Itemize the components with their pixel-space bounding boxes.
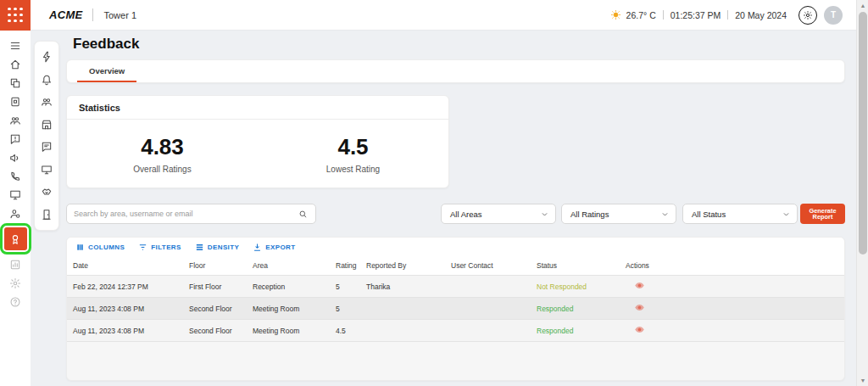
settings-button[interactable] [798,6,817,25]
copy-icon [9,77,21,89]
cell-area: Meeting Room [253,305,336,313]
column-header-actions[interactable]: Actions [626,261,844,270]
handshake-icon [41,186,53,198]
cell-area: Reception [253,283,336,291]
user-gear-icon [9,208,21,220]
sidebar-item-menu[interactable] [0,36,31,55]
table-toolbar: COLUMNS FILTERS DENSITY EXPORT [67,238,844,256]
sidebar-item-feedback-chat[interactable] [31,140,62,154]
view-action-icon[interactable] [626,302,844,315]
column-header-date[interactable]: Date [73,261,189,270]
status-badge: Responded [537,327,626,335]
table-row[interactable]: Feb 22, 2024 12:37 PMFirst FloorReceptio… [67,276,844,298]
cell-date: Aug 11, 2023 4:08 PM [73,327,189,335]
sidebar-item-feedback-award[interactable] [4,227,27,250]
sidebar-item-desktop[interactable] [31,163,62,176]
view-action-icon[interactable] [626,324,844,337]
table-row[interactable]: Aug 11, 2023 4:08 PMSecond FloorMeeting … [67,320,844,342]
status-badge: Not Responded [537,283,626,291]
flash-icon [41,51,53,63]
left-sidebar [0,31,31,386]
sidebar-item-chart[interactable] [0,255,31,274]
sidebar-item-home[interactable] [0,55,31,74]
filter-icon [138,243,147,252]
statistics-title: Statistics [67,96,448,120]
column-header-area[interactable]: Area [253,261,336,270]
cell-rating: 4.5 [336,327,366,335]
cell-area: Meeting Room [253,327,336,335]
sidebar-item-storefront[interactable] [31,118,62,131]
gear-icon [803,10,813,20]
desktop-icon [41,164,53,176]
cell-date: Aug 11, 2023 4:08 PM [73,305,189,313]
sidebar-item-groups[interactable] [0,111,31,130]
columns-button[interactable]: COLUMNS [75,243,125,252]
vertical-scrollbar[interactable]: ▲ ▼ [856,0,868,386]
stat-label: Overall Ratings [67,165,258,174]
export-icon [253,243,262,252]
tab-overview[interactable]: Overview [77,60,136,82]
sidebar-item-gear[interactable] [0,274,31,293]
chevron-down-icon [782,210,790,218]
all-status-dropdown[interactable]: All Status [682,204,798,224]
sun-icon [610,9,621,20]
divider [92,8,93,21]
scrollbar-thumb[interactable] [859,12,867,255]
cell-rating: 5 [336,283,366,291]
column-header-status[interactable]: Status [537,261,626,270]
feedback-chat-icon [41,141,53,153]
top-header: ACME Tower 1 26.7° C 01:25:37 PM 20 May … [0,0,856,31]
sidebar-item-bell[interactable] [31,73,62,87]
sidebar-item-handshake[interactable] [31,185,62,199]
app-grid-icon[interactable] [0,0,31,31]
sidebar-item-monitor[interactable] [0,186,31,204]
density-button[interactable]: DENSITY [195,243,239,252]
sidebar-item-groups[interactable] [31,95,62,109]
menu-icon [9,40,21,52]
generate-report-button[interactable]: Generate Report [800,204,845,224]
all-ratings-dropdown[interactable]: All Ratings [561,204,676,224]
sidebar-item-chat-alert[interactable] [0,130,31,148]
table-header-row: DateFloorAreaRatingReported ByUser Conta… [67,256,844,276]
groups-icon [41,96,53,108]
density-icon [195,243,204,252]
sidebar-item-tablet[interactable] [0,92,31,111]
stat-value: 4.5 [258,134,448,160]
sidebar-item-door[interactable] [31,208,62,221]
column-header-floor[interactable]: Floor [189,261,253,270]
user-avatar[interactable]: T [824,6,843,25]
scroll-up-arrow[interactable]: ▲ [857,0,868,11]
acme-logo: ACME [49,8,82,21]
home-icon [9,59,21,70]
sidebar-item-flash[interactable] [31,50,62,64]
stat-overall-ratings: 4.83 Overall Ratings [67,134,258,174]
sidebar-item-phone[interactable] [0,167,31,186]
cell-date: Feb 22, 2024 12:37 PM [73,283,189,291]
scroll-down-arrow[interactable]: ▼ [857,375,868,386]
chat-alert-icon [9,133,21,145]
sidebar-item-copy[interactable] [0,74,31,92]
tab-bar: Overview [66,59,845,83]
stat-value: 4.83 [67,134,258,160]
column-header-user-contact[interactable]: User Contact [451,261,537,270]
monitor-icon [9,189,21,201]
export-button[interactable]: EXPORT [253,243,295,252]
chevron-down-icon [541,210,548,218]
column-header-reported-by[interactable]: Reported By [366,261,451,270]
table-body: Feb 22, 2024 12:37 PMFirst FloorReceptio… [67,276,844,342]
search-input[interactable] [67,210,298,218]
storefront-icon [41,119,53,131]
column-header-rating[interactable]: Rating [336,261,366,270]
clock: 01:25:37 PM [670,10,721,20]
table-row[interactable]: Aug 11, 2023 4:08 PMSecond FloorMeeting … [67,298,844,320]
cell-floor: First Floor [189,283,253,291]
view-action-icon[interactable] [626,280,844,293]
sidebar-item-help[interactable] [0,293,31,311]
filters-button[interactable]: FILTERS [138,243,181,252]
all-areas-dropdown[interactable]: All Areas [441,204,556,224]
dropdown-value: All Status [692,210,726,219]
dropdown-value: All Areas [450,210,482,219]
sidebar-item-megaphone[interactable] [0,148,31,167]
site-name: Tower 1 [103,10,136,20]
sidebar-item-user-gear[interactable] [0,204,31,223]
